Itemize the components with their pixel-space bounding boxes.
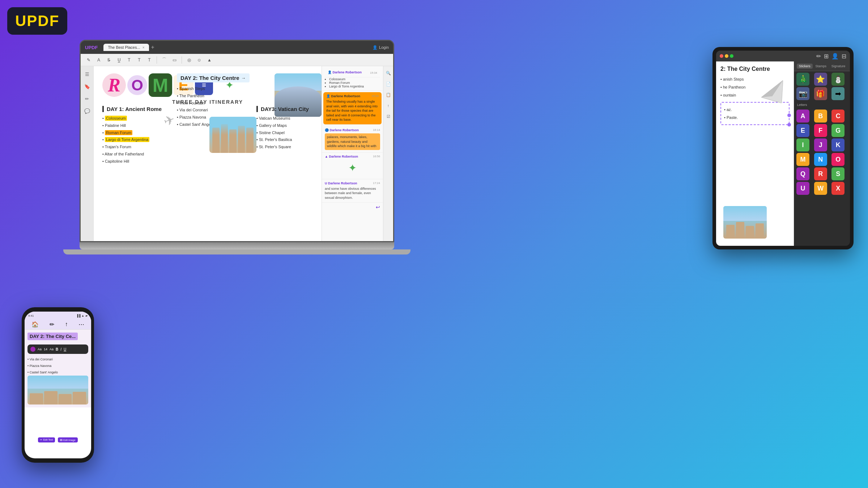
tool-text-add[interactable]: A [94,56,103,64]
tool-highlight[interactable]: ▲ [205,56,214,64]
sidebar-comment-icon[interactable]: 💬 [82,106,92,116]
tablet-building-image [723,206,767,239]
tab-label: The Best Places... [108,45,140,50]
tablet-device: ✏ ⊞ 👤 ⊟ 2: The City Centre anish Steps h… [712,47,854,249]
letter-sticker-r[interactable]: R [814,167,827,180]
column [73,392,86,404]
letter-sticker-n[interactable]: N [814,153,827,166]
sidebar-edit-icon[interactable]: ✏ [82,94,92,104]
page-icon[interactable]: 📄 [384,80,392,88]
sticker-tab-signature[interactable]: Signature [829,64,848,69]
tablet-pdf-area: 2: The City Centre anish Steps he Panthe… [716,61,794,246]
tablet-pencil-icon[interactable]: ✏ [816,53,821,60]
tool-circle[interactable]: ◎ [185,56,193,64]
tool-strikethrough[interactable]: S̶ [105,56,113,64]
updf-logo-text: UPDF [15,12,59,29]
active-tab[interactable]: The Best Places... × [103,44,149,51]
letter-sticker-x[interactable]: X [831,182,844,195]
tablet-person-icon[interactable]: 👤 [831,53,839,60]
tablet-grid-icon[interactable]: ⊟ [842,53,846,60]
edit-text-button[interactable]: ✏ Edit Text [38,437,55,442]
sticker-tab-stickers[interactable]: Stickers [797,64,813,69]
sticker-camera[interactable]: 📷 [796,87,809,100]
toolbar: ✎ A S̶ U̲ T T T ⌒ ▭ ◎ ☺ ▲ [81,54,393,66]
letter-sticker-w[interactable]: W [814,182,827,195]
search-icon[interactable]: 🔍 [384,69,392,77]
tool-text-t[interactable]: T [125,56,133,64]
tab-close-button[interactable]: × [142,46,145,50]
letter-sticker-f[interactable]: F [814,124,827,137]
window-controls [720,54,733,58]
minimize-control[interactable] [725,54,728,58]
tool-underline[interactable]: U̲ [115,56,123,64]
letter-sticker-c[interactable]: C [831,110,844,123]
reply-icon[interactable]: ↩ [376,204,380,210]
laptop-screen: UPDF The Best Places... × + 👤 Login ✎ A … [80,40,394,242]
format-italic[interactable]: I [60,347,61,351]
maximize-control[interactable] [730,54,733,58]
page2-icon[interactable]: 📋 [384,91,392,99]
tool-shape[interactable]: ▭ [170,56,179,64]
close-control[interactable] [720,54,723,58]
letter-sticker-a[interactable]: A [796,110,809,123]
tool-text-t2[interactable]: T [135,56,144,64]
tool-text-t3[interactable]: T [145,56,154,64]
letter-sticker-g[interactable]: G [831,124,844,137]
comment-items-1: Colosseum Roman Forum Largo di Torre Arg… [325,77,380,88]
sticker-tab-stamps[interactable]: Stamps [813,64,829,69]
login-button[interactable]: 👤 Login [373,45,389,50]
sticker-gift[interactable]: 🎁 [814,87,827,100]
letter-sticker-o[interactable]: O [831,153,844,166]
sidebar-bookmark-icon[interactable]: 🔖 [82,81,92,91]
phone-pencil-icon[interactable]: ✏ [50,321,54,328]
phone-status-icons: ▐▐ ▲ ▰ [76,314,88,317]
tool-face[interactable]: ☺ [195,56,204,64]
tool-curve[interactable]: ⌒ [160,56,169,64]
share-icon[interactable]: ↑ [384,102,392,110]
comment-5: U Darlene Robertson 17:24 and some have … [322,179,383,203]
letter-sticker-u[interactable]: U [796,182,809,195]
letter-sticker-j[interactable]: J [814,138,827,151]
sticker-arrow[interactable]: ➡ [831,87,844,100]
toolbar-separator [157,56,157,64]
check-icon[interactable]: ☑ [384,112,392,120]
new-tab-button[interactable]: + [151,44,154,51]
sticker-snowman[interactable]: ⛄ [831,73,844,86]
tablet-crop-icon[interactable]: ⊞ [824,53,829,60]
list-item: Vatican Museums [256,115,322,122]
letter-sticker-b[interactable]: B [814,110,827,123]
sidebar-nav-icon[interactable]: ☰ [82,69,92,79]
letter-sticker-i[interactable]: I [796,138,809,151]
resize-handle-bottom-right[interactable] [787,123,791,127]
letter-sticker-k[interactable]: K [831,138,844,151]
column [756,223,764,239]
signal-icon: ▐▐ [76,314,80,317]
comment-time-4: 16:56 [373,155,380,159]
sticker-christmas-tree[interactable]: 🎄 [796,73,809,86]
format-color-dot[interactable] [30,347,35,352]
phone-more-icon[interactable]: ⋯ [78,321,84,328]
format-bold[interactable]: B [56,347,58,351]
format-label-style: Aa [50,347,54,351]
letter-sticker-q[interactable]: Q [796,167,809,180]
comment-time-3: 16:14 [373,128,380,133]
day2-title: DAY 2: The City Centre [177,73,250,82]
resize-handle-right[interactable] [787,114,791,117]
comment-header-5: U Darlene Robertson 17:24 [325,181,380,186]
phone-share-icon[interactable]: ↑ [65,321,68,328]
letter-sticker-e[interactable]: E [796,124,809,137]
phone-home-icon[interactable]: 🏠 [31,321,39,328]
tablet-content-area: 2: The City Centre anish Steps he Panthe… [716,61,850,246]
comment-user-1: 👤 Darlene Robertson [328,70,362,74]
format-underline[interactable]: U [64,347,66,351]
toolbar-separator2 [182,56,182,64]
phone-screen: 9:41 ▐▐ ▲ ▰ 🏠 ✏ ↑ ⋯ DAY 2: The City Ce..… [25,312,91,458]
phone-img-columns [27,387,88,404]
edit-image-button[interactable]: 🖼 Edit Image [58,437,77,442]
letter-sticker-m[interactable]: M [796,153,809,166]
phone-device: 9:41 ▐▐ ▲ ▰ 🏠 ✏ ↑ ⋯ DAY 2: The City Ce..… [22,307,94,463]
sticker-star-1[interactable]: ⭐ [814,73,827,86]
comment-4: ▲ Darlene Robertson 16:56 ✦ [322,153,383,179]
letter-sticker-s[interactable]: S [831,167,844,180]
tool-edit[interactable]: ✎ [84,56,93,64]
